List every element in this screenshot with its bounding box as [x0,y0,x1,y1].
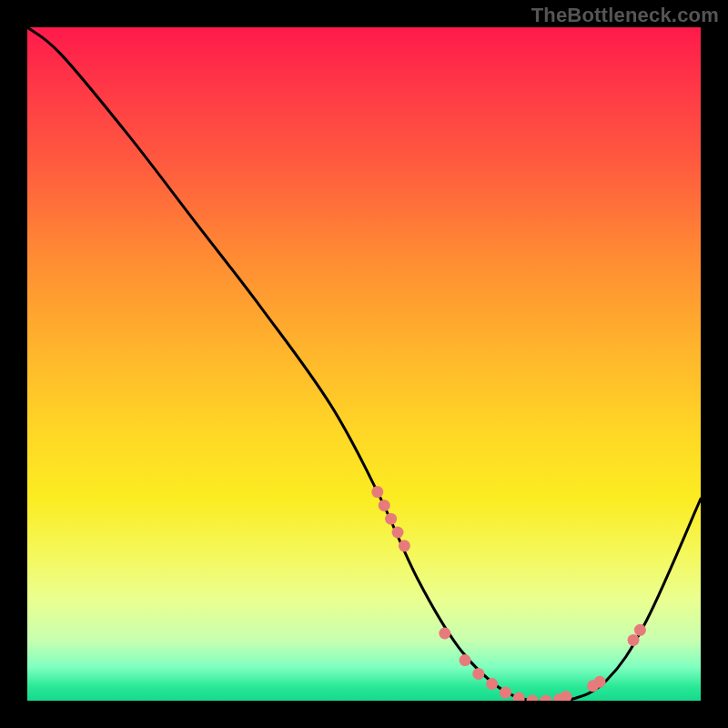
highlight-dot [472,668,484,680]
highlight-dot [634,624,646,636]
highlight-dot [594,676,606,688]
chart-stage: TheBottleneck.com [0,0,728,728]
highlight-dot [460,654,471,666]
highlight-dot [399,540,410,551]
highlight-dot [385,513,397,525]
highlight-dot [392,527,404,539]
highlight-dot [561,691,572,701]
highlight-dot [540,695,551,702]
bottleneck-curve-path [27,27,701,701]
highlight-dot [379,500,390,511]
highlight-dot [486,678,498,690]
watermark-text: TheBottleneck.com [531,4,719,27]
plot-area [27,27,701,701]
highlight-dot [500,687,511,699]
curve-layer [27,27,701,701]
highlight-dot [371,486,383,498]
highlight-dot [513,693,525,701]
highlight-dots [371,486,646,701]
highlight-dot [439,628,450,640]
highlight-dot [628,634,640,646]
highlight-dot [527,695,539,702]
